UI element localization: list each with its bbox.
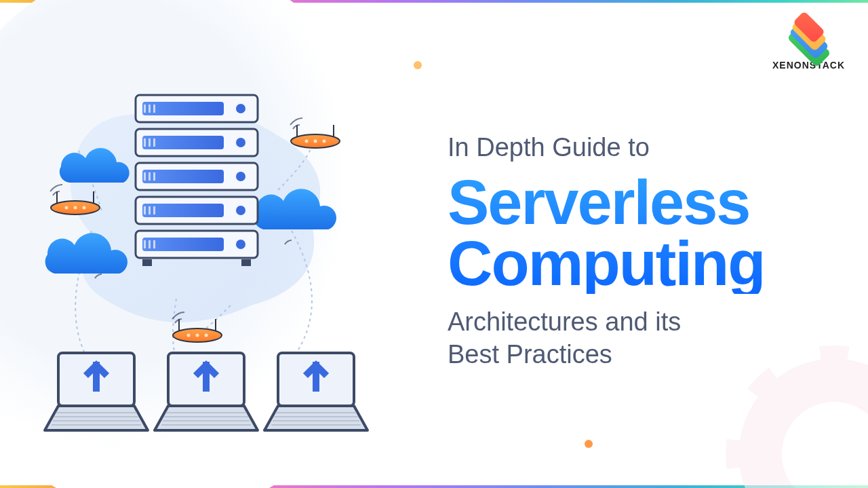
svg-point-14 — [236, 172, 245, 181]
svg-point-20 — [236, 206, 245, 215]
router-icon — [291, 125, 340, 148]
svg-point-49 — [205, 334, 208, 337]
svg-rect-28 — [149, 240, 151, 248]
svg-point-35 — [65, 206, 68, 210]
svg-rect-9 — [144, 138, 146, 147]
router-icon — [173, 319, 222, 342]
svg-rect-29 — [153, 240, 155, 248]
svg-rect-16 — [149, 172, 151, 181]
svg-rect-4 — [149, 105, 151, 113]
svg-rect-5 — [153, 105, 155, 113]
svg-point-26 — [236, 240, 245, 249]
stack-icon — [785, 19, 833, 56]
headline-pretitle: In Depth Guide to — [448, 133, 827, 162]
svg-rect-15 — [144, 172, 146, 181]
svg-point-48 — [196, 334, 199, 337]
svg-point-2 — [236, 104, 245, 113]
svg-rect-30 — [142, 259, 152, 266]
svg-rect-3 — [144, 105, 146, 113]
svg-point-36 — [74, 206, 77, 210]
laptop-icon — [45, 353, 148, 430]
svg-point-47 — [187, 334, 191, 337]
brand-name: XENONSTACK — [772, 60, 845, 71]
svg-rect-27 — [144, 240, 146, 248]
accent-dot — [414, 61, 422, 69]
laptop-icon — [155, 353, 258, 430]
headline-subtitle: Architectures and its Best Practices — [448, 306, 827, 371]
svg-point-42 — [314, 140, 317, 143]
svg-point-8 — [236, 138, 245, 147]
accent-dot — [585, 440, 593, 448]
svg-rect-21 — [144, 206, 146, 214]
svg-rect-31 — [241, 259, 251, 266]
svg-rect-17 — [153, 172, 155, 181]
svg-point-41 — [305, 140, 309, 143]
svg-rect-23 — [153, 206, 155, 214]
svg-point-43 — [323, 140, 326, 143]
svg-rect-22 — [149, 206, 151, 214]
svg-rect-11 — [153, 138, 155, 147]
server-stack-icon — [136, 95, 258, 266]
brand-logo: XENONSTACK — [772, 19, 845, 71]
headline-block: In Depth Guide to Serverless Computing A… — [448, 133, 827, 371]
laptop-icon — [264, 353, 368, 430]
serverless-illustration — [41, 68, 380, 448]
svg-point-37 — [83, 206, 86, 210]
headline-title: Serverless Computing — [448, 172, 827, 294]
svg-rect-10 — [149, 138, 151, 147]
